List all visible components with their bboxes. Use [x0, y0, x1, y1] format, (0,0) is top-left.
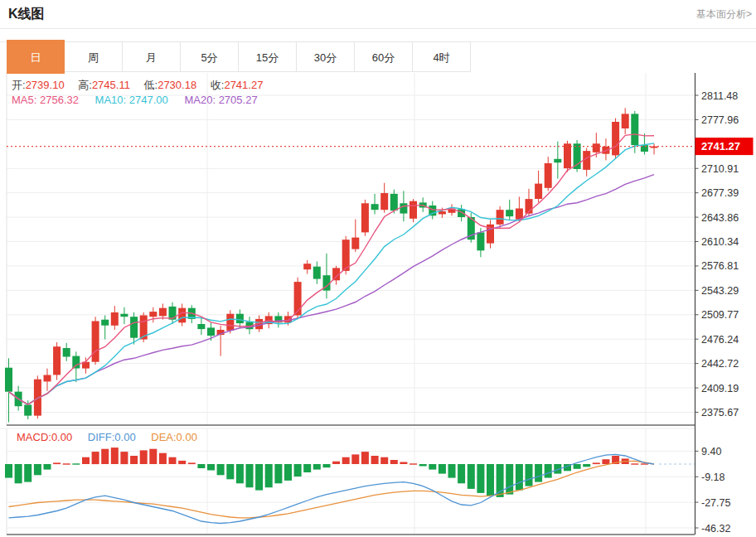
fundamental-analysis-link[interactable]: 基本面分析>	[696, 7, 752, 22]
candle-up	[593, 143, 600, 152]
macd-bar	[111, 448, 119, 464]
candle-up	[410, 201, 417, 219]
dea-label: DEA:	[151, 431, 176, 443]
candle-down	[72, 356, 80, 369]
ma20-value: 2705.27	[219, 94, 258, 106]
macd-bar	[188, 462, 196, 464]
macd-axis-label: -46.32	[701, 523, 730, 535]
macd-bar	[400, 462, 407, 465]
macd-bar	[236, 464, 244, 483]
macd-bar	[149, 449, 157, 464]
candle-up	[92, 322, 99, 362]
macd-bar	[516, 464, 523, 491]
low-label: 低:	[144, 79, 158, 91]
candle-up	[545, 163, 552, 188]
macd-bar	[583, 464, 590, 467]
candle-up	[178, 308, 186, 323]
macd-pair: MACD:0.00	[17, 431, 72, 443]
kline-app: K线图 基本面分析> 日周月5分15分30分60分4时 2811.482777.…	[0, 0, 756, 537]
main-chart[interactable]	[5, 73, 695, 425]
tab-15min[interactable]: 15分	[239, 41, 297, 72]
candle-down	[101, 320, 109, 326]
price-axis-label: 2409.19	[701, 383, 739, 394]
candle-up	[159, 308, 167, 317]
macd-bar	[535, 464, 542, 482]
macd-bar	[44, 464, 51, 470]
macd-bar	[332, 462, 340, 464]
candle-down	[63, 348, 70, 357]
candle-down	[400, 203, 407, 213]
candle-down	[169, 307, 177, 320]
current-price-marker-text: 2741.27	[701, 140, 740, 152]
macd-bar	[602, 459, 609, 464]
macd-bar	[265, 464, 273, 487]
candle-up	[535, 184, 542, 199]
macd-value: 0.00	[51, 431, 72, 443]
macd-panel[interactable]	[0, 428, 695, 535]
macd-bar	[178, 461, 186, 464]
macd-bar	[34, 464, 41, 475]
macd-axis-label: 9.40	[701, 446, 721, 457]
price-axis-label: 2777.96	[701, 114, 739, 126]
tab-week[interactable]: 周	[65, 41, 123, 72]
candle-down	[554, 159, 561, 162]
macd-bar	[5, 464, 12, 478]
tab-day[interactable]: 日	[7, 40, 65, 74]
ma10-value: 2747.00	[129, 94, 168, 106]
macd-bar	[92, 452, 99, 464]
candle-up	[44, 375, 51, 382]
tab-60min[interactable]: 60分	[355, 41, 413, 72]
candle-down	[207, 327, 215, 336]
macd-bar	[380, 457, 388, 464]
price-axis-label: 2710.91	[701, 163, 739, 175]
candle-down	[477, 232, 484, 250]
macd-bar	[246, 464, 254, 487]
candle-up	[53, 346, 61, 375]
macd-bar	[101, 449, 109, 464]
macd-bar	[506, 464, 513, 495]
ma5-pair: MA5: 2756.32	[12, 94, 79, 106]
candle-down	[574, 143, 581, 169]
macd-bar	[159, 453, 167, 464]
macd-bar	[226, 464, 234, 479]
ma5-value: 2756.32	[40, 94, 79, 106]
low-value: 2730.18	[158, 79, 196, 91]
price-axis-label: 2811.48	[701, 90, 738, 102]
macd-bar	[130, 456, 138, 464]
tab-month[interactable]: 月	[123, 41, 181, 72]
macd-bar	[24, 464, 32, 482]
ma5-label: MA5:	[12, 94, 36, 106]
candle-up	[380, 193, 388, 210]
price-axis-label: 2442.72	[701, 358, 739, 370]
dea-pair: DEA:0.00	[151, 431, 197, 443]
tab-30min[interactable]: 30分	[297, 41, 355, 72]
tab-5min[interactable]: 5分	[181, 41, 239, 72]
price-axis-label: 2509.77	[701, 309, 739, 321]
candle-up	[622, 114, 629, 128]
macd-axis-label: -27.75	[701, 497, 730, 509]
macd-bar	[448, 464, 456, 478]
macd-bar	[574, 464, 581, 469]
candle-up	[361, 203, 369, 232]
open-value: 2739.10	[26, 79, 65, 91]
macd-bar	[641, 463, 648, 464]
macd-bar	[410, 463, 417, 464]
candle-up	[497, 210, 504, 225]
price-axis-label: 2476.24	[701, 334, 739, 346]
candle-up	[564, 143, 571, 168]
candle-down	[197, 324, 205, 329]
macd-axis-label: -9.18	[701, 472, 725, 483]
macd-bar	[15, 464, 22, 483]
macd-bar	[390, 460, 398, 464]
macd-bar	[439, 464, 446, 474]
diff-pair: DIFF:0.00	[88, 431, 136, 443]
macd-bar	[140, 450, 148, 464]
candle-up	[516, 209, 523, 220]
tab-4hour[interactable]: 4时	[413, 41, 471, 72]
high-label: 高:	[78, 79, 92, 91]
candle-up	[351, 238, 359, 249]
candle-down	[120, 314, 128, 317]
macd-bar	[323, 464, 331, 467]
macd-bar	[458, 464, 465, 483]
price-axis-label: 2643.86	[701, 212, 739, 224]
